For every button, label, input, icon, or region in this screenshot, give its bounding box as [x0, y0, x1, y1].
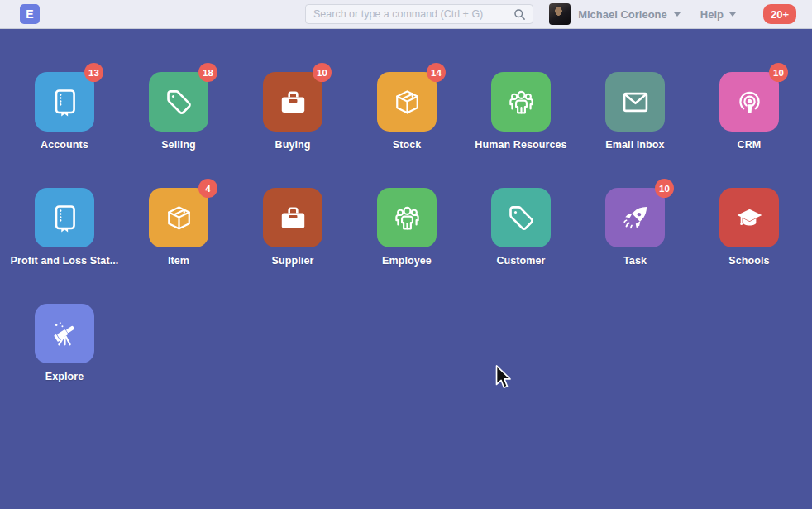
- navbar-right-group: Michael Corleone Help 20+: [549, 0, 796, 28]
- app-item-task[interactable]: 10Task: [578, 188, 692, 304]
- briefcase-icon: [279, 88, 308, 117]
- app-item-label: Item: [168, 255, 189, 267]
- app-item-customer[interactable]: Customer: [464, 188, 578, 304]
- app-item-label: Supplier: [272, 255, 314, 267]
- people-icon: [393, 204, 422, 233]
- app-icon-tile: [377, 188, 437, 247]
- app-item-crm[interactable]: 10CRM: [692, 72, 806, 188]
- app-item-stock[interactable]: 14Stock: [350, 72, 464, 188]
- app-icon-tile: 10: [605, 188, 665, 247]
- app-item-label: CRM: [738, 139, 762, 151]
- chevron-down-icon: [674, 12, 681, 17]
- app-item-label: Human Resources: [475, 139, 566, 151]
- box-icon: [393, 88, 422, 117]
- tag-icon: [165, 88, 193, 117]
- app-item-human-resources[interactable]: Human Resources: [464, 72, 578, 188]
- app-item-item[interactable]: 4Item: [122, 188, 236, 304]
- app-icon-tile: 18: [149, 72, 208, 132]
- app-icon-tile: [491, 72, 551, 132]
- notification-count-badge: 10: [769, 63, 788, 82]
- app-icon-tile: [263, 188, 322, 247]
- rocket-icon: [621, 204, 650, 233]
- notification-count-badge: 18: [198, 63, 217, 82]
- app-item-label: Explore: [45, 371, 84, 382]
- notifications-badge[interactable]: 20+: [763, 4, 796, 24]
- top-navbar: E Michael Corleone Help 20+: [0, 0, 812, 29]
- global-search: [305, 4, 533, 24]
- app-item-label: Schools: [728, 255, 769, 267]
- notification-count-badge: 10: [313, 63, 332, 82]
- envelope-icon: [621, 88, 650, 117]
- book-icon: [50, 204, 79, 233]
- desktop-icon-grid: 13Accounts 18Selling 10Buying 14Stock Hu…: [7, 29, 806, 420]
- app-item-label: Accounts: [41, 139, 88, 151]
- app-item-label: Customer: [496, 255, 545, 267]
- app-item-label: Stock: [393, 139, 422, 151]
- graduation-cap-icon: [735, 204, 764, 233]
- briefcase-icon: [279, 204, 308, 233]
- app-item-email-inbox[interactable]: Email Inbox: [578, 72, 692, 188]
- telescope-icon: [50, 319, 79, 348]
- chevron-down-icon: [729, 12, 736, 17]
- app-item-profit-and-loss-stat[interactable]: Profit and Loss Stat...: [7, 188, 122, 304]
- app-icon-tile: [35, 304, 94, 363]
- app-icon-tile: [719, 188, 779, 247]
- box-icon: [165, 204, 193, 233]
- broadcast-icon: [735, 88, 764, 117]
- app-item-label: Selling: [161, 139, 196, 151]
- app-icon-tile: 10: [263, 72, 322, 132]
- user-menu[interactable]: Michael Corleone: [578, 8, 667, 21]
- people-icon: [507, 88, 536, 117]
- app-icon-tile: [491, 188, 551, 247]
- book-icon: [50, 88, 79, 117]
- app-item-buying[interactable]: 10Buying: [236, 72, 350, 188]
- app-icon-tile: [605, 72, 665, 132]
- app-item-accounts[interactable]: 13Accounts: [7, 72, 122, 188]
- search-icon[interactable]: [513, 8, 526, 21]
- notification-count-badge: 13: [84, 63, 103, 82]
- app-icon-tile: [35, 188, 94, 247]
- app-item-label: Buying: [275, 139, 311, 151]
- tag-icon: [507, 204, 536, 233]
- notification-count-badge: 10: [655, 179, 674, 198]
- app-item-label: Profit and Loss Stat...: [11, 255, 119, 267]
- app-item-label: Email Inbox: [605, 139, 664, 151]
- app-icon-tile: 10: [719, 72, 779, 132]
- help-menu[interactable]: Help: [700, 8, 724, 21]
- app-icon-tile: 4: [149, 188, 208, 247]
- app-item-supplier[interactable]: Supplier: [236, 188, 350, 304]
- app-item-schools[interactable]: Schools: [692, 188, 806, 304]
- app-item-label: Task: [623, 255, 647, 267]
- app-item-label: Employee: [382, 255, 432, 267]
- user-avatar[interactable]: [549, 3, 571, 25]
- app-item-selling[interactable]: 18Selling: [122, 72, 236, 188]
- app-icon-tile: 14: [377, 72, 437, 132]
- app-item-employee[interactable]: Employee: [350, 188, 464, 304]
- notification-count-badge: 4: [198, 179, 217, 198]
- app-item-explore[interactable]: Explore: [7, 304, 122, 420]
- search-input[interactable]: [306, 8, 513, 20]
- app-icon-tile: 13: [35, 72, 94, 132]
- app-logo[interactable]: E: [20, 4, 40, 24]
- notification-count-badge: 14: [427, 63, 446, 82]
